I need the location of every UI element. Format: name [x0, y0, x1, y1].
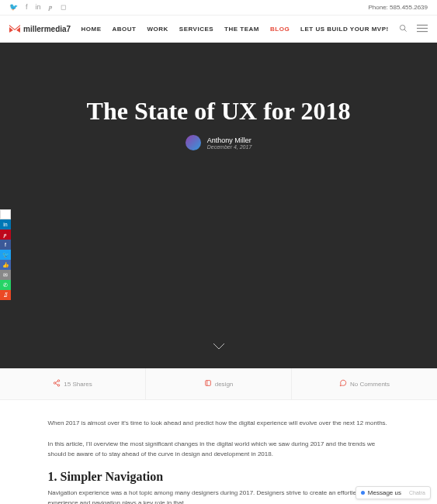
nav-work[interactable]: WORK: [147, 26, 168, 33]
comments-label: No Comments: [350, 381, 390, 388]
share-sidebar: 43 Shares in 𝒑 f 🐦 👍 ✉ ✆ ໓: [0, 209, 11, 300]
instagram-icon[interactable]: ◻: [61, 3, 66, 12]
svg-line-1: [404, 29, 407, 32]
author-name[interactable]: Anthony Miller: [207, 136, 252, 144]
page-title: The State of UX for 2018: [16, 97, 421, 126]
svg-line-8: [56, 381, 58, 383]
nav-home[interactable]: HOME: [82, 26, 102, 33]
hamburger-icon[interactable]: [417, 22, 428, 36]
author-block: Anthony Miller December 4, 2017: [16, 135, 421, 150]
nav-blog[interactable]: BLOG: [270, 26, 290, 33]
meta-category[interactable]: design: [146, 368, 292, 399]
scroll-down-icon[interactable]: [213, 340, 225, 353]
nav-about[interactable]: ABOUT: [113, 26, 137, 33]
svg-point-6: [54, 382, 57, 385]
heading-2: 1. Simpler Navigation: [48, 470, 390, 484]
nav-right: [399, 22, 428, 36]
paragraph: When 2017 is almost over it's time to lo…: [48, 419, 390, 429]
meta-comments[interactable]: No Comments: [292, 368, 437, 399]
chat-brand: Chatra: [409, 490, 425, 495]
author-info: Anthony Miller December 4, 2017: [207, 136, 252, 150]
paragraph: Navigation experience was a hot topic am…: [48, 488, 390, 504]
meta-bar: 15 Shares design No Comments: [0, 368, 437, 400]
pinterest-icon[interactable]: 𝒑: [49, 3, 53, 12]
avatar: [186, 135, 201, 150]
share-email-icon[interactable]: ✉: [0, 270, 11, 280]
publish-date: December 4, 2017: [207, 144, 252, 150]
search-icon[interactable]: [399, 22, 408, 36]
share-linkedin-icon[interactable]: in: [0, 219, 11, 230]
share-twitter-icon[interactable]: 🐦: [0, 250, 11, 260]
facebook-icon[interactable]: f: [26, 3, 28, 12]
share-count: 43 Shares: [0, 209, 11, 219]
nav-team[interactable]: THE TEAM: [224, 26, 259, 33]
paragraph: In this article, I'll overview the most …: [48, 440, 390, 460]
share-icon: [53, 379, 61, 388]
shares-label: 15 Shares: [64, 381, 92, 388]
category-icon: [204, 379, 212, 388]
logo-icon: [9, 25, 20, 33]
chat-widget[interactable]: Message us Chatra: [355, 486, 431, 499]
twitter-icon[interactable]: 🐦: [9, 3, 18, 12]
linkedin-icon[interactable]: in: [36, 3, 41, 12]
svg-point-7: [58, 385, 61, 387]
navbar: millermedia7 HOME ABOUT WORK SERVICES TH…: [0, 16, 437, 43]
share-count-label: Shares: [1, 216, 11, 219]
nav-menu: HOME ABOUT WORK SERVICES THE TEAM BLOG L…: [82, 26, 389, 33]
topbar: 🐦 f in 𝒑 ◻ Phone: 585.455.2639: [0, 0, 437, 16]
svg-point-0: [400, 25, 404, 29]
category-label: design: [215, 381, 234, 388]
svg-rect-10: [205, 381, 210, 386]
chat-status-icon: [361, 491, 365, 495]
share-stumble-icon[interactable]: ໓: [0, 290, 11, 300]
hero: The State of UX for 2018 Anthony Miller …: [0, 43, 437, 368]
phone-number: Phone: 585.455.2639: [368, 4, 428, 11]
nav-cta[interactable]: LET US BUILD YOUR MVP!: [300, 26, 389, 33]
share-like-icon[interactable]: 👍: [0, 260, 11, 270]
logo[interactable]: millermedia7: [9, 25, 71, 33]
meta-shares[interactable]: 15 Shares: [0, 368, 146, 399]
nav-services[interactable]: SERVICES: [179, 26, 213, 33]
chat-label: Message us: [368, 489, 401, 496]
share-facebook-icon[interactable]: f: [0, 240, 11, 250]
svg-point-5: [58, 380, 61, 382]
svg-line-9: [56, 384, 58, 385]
logo-text: millermedia7: [23, 25, 71, 33]
share-whatsapp-icon[interactable]: ✆: [0, 280, 11, 290]
comment-icon: [339, 379, 347, 388]
topbar-social: 🐦 f in 𝒑 ◻: [9, 3, 66, 12]
article-content: When 2017 is almost over it's time to lo…: [33, 400, 405, 504]
share-pinterest-icon[interactable]: 𝒑: [0, 230, 11, 240]
